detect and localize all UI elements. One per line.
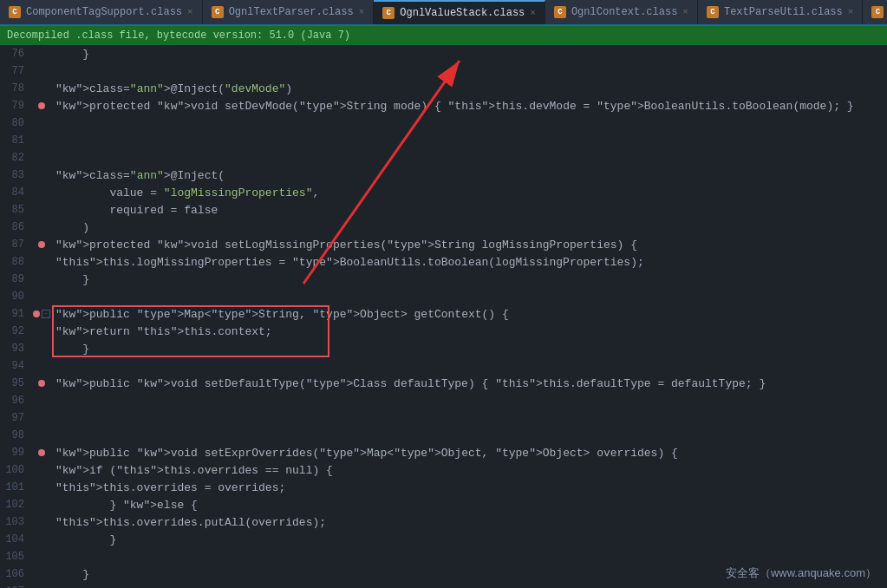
line-row: 105: [0, 548, 887, 565]
line-number: 79: [0, 100, 31, 112]
line-number: 82: [0, 152, 31, 164]
breakpoint-icon[interactable]: [38, 241, 45, 248]
code-content: }: [52, 565, 89, 583]
tab-TextParseUtil-class[interactable]: CTextParseUtil.class×: [698, 0, 863, 24]
code-content: "kw">return "this">this.context;: [52, 323, 272, 340]
code-content: "this">this.logMissingProperties = "type…: [52, 253, 644, 271]
code-content: [52, 548, 62, 565]
line-number: 89: [0, 273, 31, 285]
code-content: "kw">class="ann">@Inject("devMode"): [52, 80, 292, 97]
tab-close-button[interactable]: ×: [359, 7, 365, 17]
tab-close-button[interactable]: ×: [530, 8, 536, 18]
tab-close-button[interactable]: ×: [187, 7, 193, 17]
tab-label: OgnlValueStack.class: [400, 7, 525, 19]
tab-BeanMap-class[interactable]: CBeanMap.class×: [863, 0, 887, 24]
breakpoint-icon[interactable]: [33, 310, 40, 317]
breakpoint-icon[interactable]: [38, 102, 45, 109]
tab-label: OgnlContext.class: [571, 6, 677, 18]
breakpoint-icon[interactable]: [38, 380, 45, 387]
line-icons: [31, 241, 52, 248]
line-icons: [31, 380, 52, 387]
tab-OgnlContext-class[interactable]: COgnlContext.class×: [545, 0, 698, 24]
line-number: 77: [0, 65, 31, 77]
line-number: 103: [0, 516, 31, 528]
code-content: [52, 583, 62, 588]
code-content: [52, 114, 62, 132]
code-content: "kw">protected "kw">void setDevMode("typ…: [52, 97, 854, 114]
tab-icon: C: [554, 6, 566, 18]
line-row: 83 "kw">class="ann">@Inject(: [0, 167, 887, 184]
code-content: } "kw">else {: [52, 496, 198, 513]
tab-label: OgnlTextParser.class: [229, 6, 354, 18]
code-content: "kw">public "kw">void setDefaultType("ty…: [52, 375, 766, 392]
line-number: 91: [0, 308, 31, 320]
line-row: 102 } "kw">else {: [0, 496, 887, 513]
tab-close-button[interactable]: ×: [848, 7, 854, 17]
line-row: 93 }: [0, 340, 887, 357]
line-row: 91- "kw">public "type">Map<"type">String…: [0, 305, 887, 323]
line-row: 76 }: [0, 45, 887, 62]
line-row: 79 "kw">protected "kw">void setDevMode("…: [0, 97, 887, 114]
line-number: 101: [0, 481, 31, 493]
code-content: "kw">public "type">Map<"type">String, "t…: [52, 305, 509, 323]
code-content: [52, 288, 62, 305]
line-row: 94: [0, 357, 887, 375]
line-number: 96: [0, 395, 31, 407]
code-content: "kw">public "kw">void setExprOverrides("…: [52, 444, 678, 461]
line-row: 101 "this">this.overrides = overrides;: [0, 479, 887, 496]
line-number: 85: [0, 204, 31, 216]
line-row: 86 ): [0, 219, 887, 236]
line-number: 102: [0, 499, 31, 511]
line-number: 80: [0, 117, 31, 129]
tab-ComponentTagSupport-class[interactable]: CComponentTagSupport.class×: [0, 0, 203, 24]
tab-OgnlValueStack-class[interactable]: COgnlValueStack.class×: [374, 0, 545, 24]
line-row: 78 "kw">class="ann">@Inject("devMode"): [0, 80, 887, 97]
line-icons: [31, 102, 52, 109]
line-number: 84: [0, 186, 31, 199]
code-content: }: [52, 45, 89, 62]
tab-close-button[interactable]: ×: [682, 7, 688, 17]
line-number: 95: [0, 377, 31, 389]
line-number: 99: [0, 447, 31, 459]
code-content: "kw">class="ann">@Inject(: [52, 167, 225, 184]
line-number: 106: [0, 568, 31, 580]
line-number: 93: [0, 343, 31, 355]
line-number: 90: [0, 291, 31, 303]
expand-icon[interactable]: -: [42, 310, 50, 318]
line-row: 99 "kw">public "kw">void setExprOverride…: [0, 444, 887, 461]
code-content: }: [52, 271, 89, 288]
line-row: 84 value = "logMissingProperties",: [0, 184, 887, 201]
code-content: value = "logMissingProperties",: [52, 184, 319, 201]
line-row: 100 "kw">if ("this">this.overrides == nu…: [0, 461, 887, 479]
code-content: "this">this.overrides.putAll(overrides);: [52, 513, 326, 531]
tab-label: ComponentTagSupport.class: [26, 6, 182, 18]
editor-container: 76 }77 78 "kw">class="ann">@Inject("devM…: [0, 45, 887, 588]
code-content: [52, 357, 62, 375]
line-number: 104: [0, 533, 31, 546]
tab-OgnlTextParser-class[interactable]: COgnlTextParser.class×: [203, 0, 375, 24]
code-content: [52, 132, 62, 149]
code-content: }: [52, 340, 89, 357]
line-row: 104 }: [0, 531, 887, 548]
code-content: [52, 409, 62, 427]
line-number: 92: [0, 325, 31, 337]
line-icons: [31, 449, 52, 456]
tab-icon: C: [707, 6, 719, 18]
code-content: [52, 392, 62, 409]
line-number: 81: [0, 134, 31, 147]
line-row: 97: [0, 409, 887, 427]
info-text: Decompiled .class file, bytecode version…: [7, 29, 350, 42]
line-number: 76: [0, 48, 31, 60]
ide-window: CComponentTagSupport.class×COgnlTextPars…: [0, 0, 887, 588]
line-number: 83: [0, 169, 31, 181]
line-row: 81: [0, 132, 887, 149]
line-row: 96: [0, 392, 887, 409]
line-row: 82: [0, 149, 887, 167]
line-row: 80: [0, 114, 887, 132]
breakpoint-icon[interactable]: [38, 449, 45, 456]
line-number: 97: [0, 412, 31, 424]
code-content: "this">this.overrides = overrides;: [52, 479, 285, 496]
tab-icon: C: [382, 7, 395, 19]
line-row: 107: [0, 583, 887, 588]
line-row: 90: [0, 288, 887, 305]
